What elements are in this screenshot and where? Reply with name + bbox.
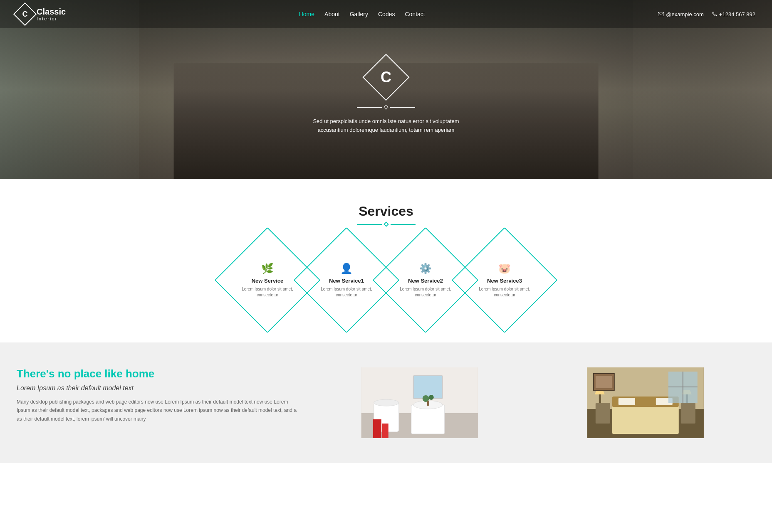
svg-rect-23 — [596, 403, 610, 424]
home-text: There's no place like home Lorem Ipsum a… — [17, 367, 297, 423]
service-icon-1: 👤 — [340, 263, 353, 274]
hero-logo-letter: C — [381, 69, 391, 86]
services-title: Services — [17, 204, 755, 219]
service-icon-2: ⚙️ — [419, 263, 432, 274]
nav-item-home[interactable]: Home — [299, 10, 314, 18]
nav-email: @example.com — [658, 11, 704, 17]
hero-divider-line-right — [390, 107, 415, 108]
logo-text: Classic Interior — [37, 7, 66, 21]
divider-line-left — [357, 224, 382, 225]
nav-phone: +1234 567 892 — [712, 11, 755, 17]
home-images — [310, 367, 755, 438]
divider-diamond — [384, 222, 389, 227]
services-grid: 🌿 New Service Lorem ipsum dolor sit amet… — [17, 243, 755, 318]
brand-name: Classic — [37, 7, 66, 16]
divider-line-right — [391, 224, 416, 225]
service-desc-2: Lorem ipsum dolor sit amet, consectetur — [396, 286, 455, 298]
logo-letter: C — [22, 10, 28, 19]
email-icon — [658, 12, 664, 16]
service-card-3[interactable]: 🐷 New Service3 Lorem ipsum dolor sit ame… — [467, 243, 542, 318]
hotel-image — [536, 367, 755, 438]
hero-tagline: Sed ut perspiciatis unde omnis iste natu… — [307, 117, 465, 135]
service-name-3: New Service3 — [487, 278, 522, 284]
bathroom-svg — [310, 367, 530, 438]
nav-item-gallery[interactable]: Gallery — [350, 10, 368, 18]
nav-item-contact[interactable]: Contact — [405, 10, 425, 18]
service-desc-0: Lorem ipsum dolor sit amet, consectetur — [238, 286, 297, 298]
home-body: Many desktop publishing packages and web… — [17, 398, 297, 423]
service-desc-1: Lorem ipsum dolor sit amet, consectetur — [317, 286, 376, 298]
logo-diamond: C — [13, 2, 37, 26]
svg-rect-25 — [599, 394, 601, 403]
logo[interactable]: C Classic Interior — [17, 6, 66, 22]
service-name-0: New Service — [252, 278, 284, 284]
hero-divider — [357, 106, 415, 109]
nav-item-codes[interactable]: Codes — [378, 10, 395, 18]
phone-icon — [712, 12, 717, 17]
service-name-2: New Service2 — [408, 278, 443, 284]
service-desc-3: Lorem ipsum dolor sit amet, consectetur — [475, 286, 534, 298]
hero-divider-diamond — [384, 105, 388, 110]
home-title: There's no place like home — [17, 367, 297, 380]
svg-rect-14 — [427, 401, 429, 406]
svg-rect-11 — [382, 424, 388, 438]
svg-point-6 — [374, 399, 399, 406]
services-divider — [17, 222, 755, 226]
service-icon-3: 🐷 — [498, 263, 511, 274]
svg-rect-24 — [681, 403, 695, 424]
svg-point-13 — [429, 395, 434, 400]
svg-marker-26 — [595, 390, 605, 394]
home-section: There's no place like home Lorem Ipsum a… — [0, 342, 772, 463]
brand-subtitle: Interior — [37, 16, 66, 21]
hero-logo-diamond: C — [362, 54, 409, 101]
svg-rect-33 — [596, 376, 612, 388]
hotel-svg — [536, 367, 755, 438]
nav-item-about[interactable]: About — [324, 10, 340, 18]
svg-rect-9 — [413, 376, 443, 399]
service-icon-0: 🌿 — [261, 263, 274, 274]
bathroom-image — [310, 367, 530, 438]
home-subtitle: Lorem Ipsum as their default model text — [17, 384, 297, 392]
services-section: Services 🌿 New Service Lorem ipsum dolor… — [0, 179, 772, 342]
svg-rect-21 — [619, 398, 635, 405]
nav-contact: @example.com +1234 567 892 — [658, 11, 755, 17]
navbar: C Classic Interior Home About Gallery Co… — [0, 0, 772, 28]
service-name-1: New Service1 — [329, 278, 364, 284]
nav-links: Home About Gallery Codes Contact — [299, 10, 425, 18]
svg-rect-10 — [373, 419, 381, 438]
hero-divider-line-left — [357, 107, 382, 108]
